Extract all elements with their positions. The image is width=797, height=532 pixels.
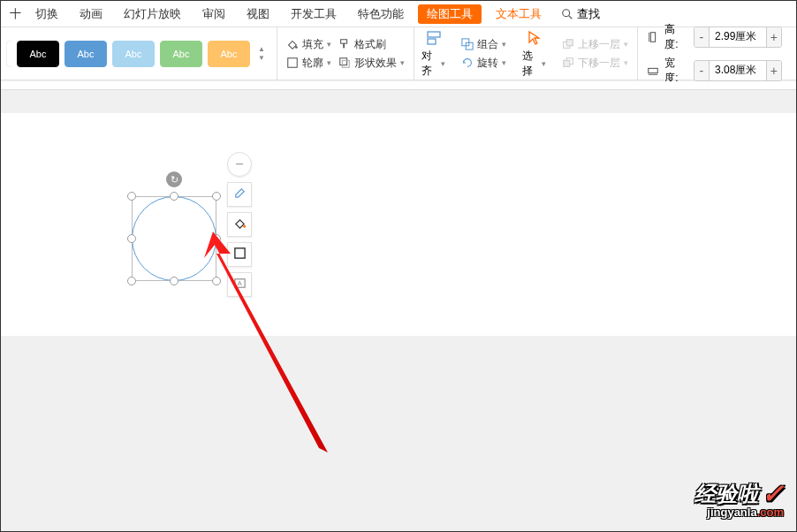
style-black[interactable]: Abc (17, 41, 59, 67)
slide-area[interactable]: − A (1, 113, 796, 336)
height-spinner[interactable]: - 2.99厘米 + (694, 27, 782, 48)
style-green[interactable]: Abc (160, 41, 202, 67)
menu-review[interactable]: 审阅 (192, 1, 236, 27)
select-label: 选择 (522, 49, 540, 79)
style-truncated-left (6, 41, 11, 67)
format-painter-button[interactable]: 格式刷 (338, 37, 386, 52)
search-icon (561, 8, 573, 20)
style-lightblue[interactable]: Abc (112, 41, 155, 67)
group-button[interactable]: 组合 ▾ (461, 37, 506, 52)
bring-forward-button: 上移一层 ▾ (562, 37, 628, 52)
search-button[interactable]: 查找 (552, 6, 609, 22)
svg-rect-3 (341, 40, 347, 43)
svg-point-2 (295, 46, 298, 49)
menu-text-tools[interactable]: 文本工具 (485, 1, 552, 27)
svg-line-1 (569, 15, 573, 19)
height-value[interactable]: 2.99厘米 (710, 27, 766, 47)
handle-right[interactable] (212, 234, 221, 243)
svg-rect-9 (428, 39, 436, 44)
float-fill-button[interactable] (227, 212, 252, 237)
ribbon-toolbar: Abc Abc Abc Abc Abc ▲ ▼ 填充 ▾ 格式刷 轮廓 ▾ (1, 27, 796, 80)
page-strip (1, 81, 796, 90)
chevron-down-icon: ▾ (502, 58, 506, 67)
selected-shape[interactable]: ↻ (132, 196, 216, 281)
handle-top-left[interactable] (127, 192, 136, 201)
style-orange[interactable]: Abc (208, 41, 250, 67)
menu-slideshow[interactable]: 幻灯片放映 (113, 1, 192, 27)
send-backward-button: 下移一层 ▾ (562, 56, 628, 71)
chevron-down-icon: ▾ (624, 58, 628, 67)
chevron-down-icon: ▾ (441, 59, 445, 68)
chevron-up-icon: ▲ (258, 46, 265, 53)
circle-shape[interactable] (132, 196, 216, 281)
watermark-domain: jingyanla (707, 505, 756, 519)
style-blue[interactable]: Abc (65, 41, 107, 67)
rotate-icon (461, 57, 474, 69)
svg-rect-7 (342, 60, 349, 67)
chevron-down-icon: ▾ (400, 58, 405, 67)
rotate-handle[interactable]: ↻ (166, 171, 182, 187)
svg-rect-15 (564, 60, 570, 66)
float-pencil-button[interactable] (227, 182, 252, 207)
group-icon (461, 38, 474, 50)
watermark-tld: .com (757, 505, 784, 519)
svg-point-0 (563, 9, 570, 16)
width-value[interactable]: 3.08厘米 (710, 61, 766, 80)
collapse-button[interactable]: − (227, 152, 252, 177)
handle-top-right[interactable] (212, 192, 221, 201)
menu-view[interactable]: 视图 (236, 1, 280, 27)
height-decrease[interactable]: - (695, 27, 710, 47)
watermark: 经验啦 ✓ jingyanla.com (695, 478, 784, 519)
height-label: 高度: (664, 22, 687, 52)
menu-switch[interactable]: 切换 (25, 1, 69, 27)
shape-effects-button[interactable]: 形状效果 ▾ (338, 56, 405, 71)
send-backward-label: 下移一层 (578, 56, 620, 71)
width-decrease[interactable]: - (695, 61, 710, 80)
width-increase[interactable]: + (766, 61, 781, 80)
canvas-area: − A ↻ (1, 81, 796, 531)
pencil-icon (233, 186, 247, 202)
menu-animation[interactable]: 动画 (69, 1, 113, 27)
chevron-down-icon: ▼ (258, 55, 265, 62)
outline-button[interactable]: 轮廓 ▾ (286, 56, 331, 71)
fill-outline-group: 填充 ▾ 格式刷 轮廓 ▾ 形状效果 ▾ (277, 27, 414, 80)
menu-devtools[interactable]: 开发工具 (280, 1, 347, 27)
handle-top[interactable] (170, 192, 178, 201)
width-icon (647, 65, 659, 77)
select-button[interactable]: 选择▾ (515, 27, 553, 80)
float-textbox-button[interactable]: A (227, 272, 252, 297)
rotate-button[interactable]: 旋转 ▾ (461, 56, 506, 71)
rotate-label: 旋转 (477, 56, 498, 71)
svg-rect-13 (567, 40, 573, 46)
layer-up-icon (562, 38, 574, 50)
handle-bottom[interactable] (170, 277, 178, 285)
svg-rect-8 (428, 32, 440, 37)
svg-text:A: A (237, 279, 241, 287)
handle-left[interactable] (127, 234, 136, 243)
menu-drawing-tools[interactable]: 绘图工具 (418, 4, 482, 24)
menu-truncated[interactable]: 十 (10, 1, 25, 27)
watermark-text: 经验啦 (695, 480, 758, 508)
float-outline-button[interactable] (227, 242, 252, 267)
align-button[interactable]: 对齐▾ (414, 27, 452, 80)
effects-icon (338, 57, 351, 69)
fill-button[interactable]: 填充 ▾ (286, 37, 331, 52)
align-label: 对齐 (421, 49, 439, 79)
chevron-down-icon: ▾ (327, 58, 331, 67)
handle-bottom-left[interactable] (127, 277, 136, 285)
svg-rect-16 (651, 32, 656, 42)
bucket-icon (233, 217, 247, 232)
svg-rect-5 (288, 58, 298, 68)
svg-point-20 (243, 225, 246, 228)
shape-effects-label: 形状效果 (354, 56, 397, 71)
handle-bottom-right[interactable] (212, 277, 221, 285)
fill-bucket-icon (286, 38, 299, 50)
height-increase[interactable]: + (766, 27, 781, 47)
width-spinner[interactable]: - 3.08厘米 + (694, 60, 782, 81)
select-pointer-icon (526, 29, 543, 47)
outline-label: 轮廓 (302, 56, 323, 71)
style-gallery-dropdown[interactable]: ▲ ▼ (255, 46, 268, 62)
menu-special[interactable]: 特色功能 (347, 1, 414, 27)
chevron-down-icon: ▾ (624, 40, 628, 49)
fill-label: 填充 (302, 37, 323, 52)
